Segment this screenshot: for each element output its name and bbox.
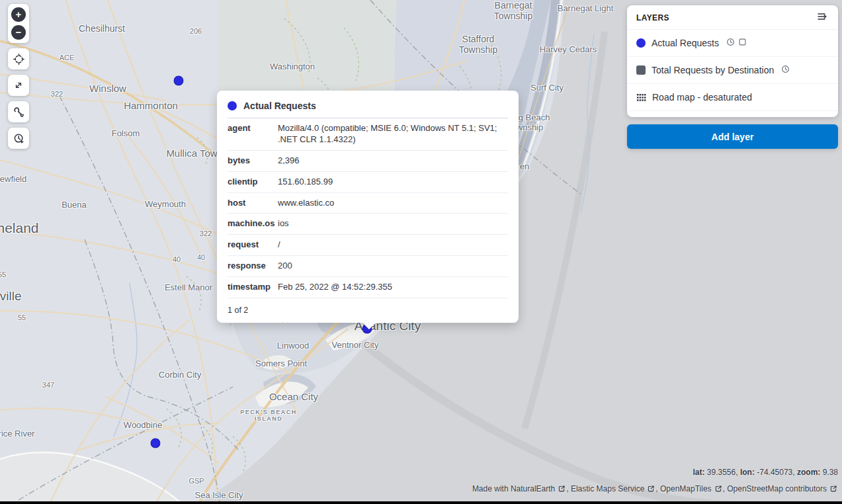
tools-button[interactable] xyxy=(8,101,29,122)
layer-row-actual-requests[interactable]: Actual Requests xyxy=(627,30,838,57)
field-value: 151.60.185.99 xyxy=(278,177,508,188)
field-value: www.elastic.co xyxy=(278,198,508,209)
timeslider-button[interactable] xyxy=(8,128,29,149)
field-value: Mozilla/4.0 (compatible; MSIE 6.0; Windo… xyxy=(278,123,508,146)
clock-play-icon xyxy=(13,133,24,144)
layers-panel: LAYERS Actual Requests xyxy=(627,5,838,117)
field-label: timestamp xyxy=(228,282,278,293)
layer-label: Road map - desaturated xyxy=(652,92,752,103)
field-label: bytes xyxy=(228,155,278,167)
minus-icon: − xyxy=(16,26,22,39)
popup-field-row: agentMozilla/4.0 (compatible; MSIE 6.0; … xyxy=(228,118,508,151)
external-link-icon xyxy=(829,485,837,493)
field-value: 200 xyxy=(278,261,508,272)
set-view-button[interactable] xyxy=(8,48,29,69)
layer-badges xyxy=(726,38,747,48)
external-link-icon xyxy=(558,485,566,493)
field-value: 2,396 xyxy=(278,155,508,167)
layers-panel-footer xyxy=(627,111,838,117)
external-link-icon[interactable] xyxy=(644,484,655,493)
external-link-icon[interactable] xyxy=(827,484,838,493)
grid-icon xyxy=(636,93,646,103)
field-label: clientip xyxy=(228,177,278,188)
layers-panel-title: LAYERS xyxy=(636,13,669,22)
layers-panel-header: LAYERS xyxy=(627,5,838,30)
clock-icon xyxy=(781,65,790,75)
window-bottom-edge xyxy=(0,501,842,504)
checkbox-square-icon xyxy=(738,38,747,48)
map-attribution: Made with NaturalEarth, Elastic Maps Ser… xyxy=(472,484,838,493)
field-label: host xyxy=(228,198,278,209)
collapse-panel-button[interactable] xyxy=(816,10,829,25)
expand-icon xyxy=(13,80,24,91)
popup-field-row: timestampFeb 25, 2022 @ 14:52:29.355 xyxy=(228,277,508,298)
external-link-icon[interactable] xyxy=(555,484,566,493)
layer-swatch-dot xyxy=(228,101,237,110)
clock-icon xyxy=(726,38,735,48)
add-layer-button[interactable]: Add layer xyxy=(627,124,838,149)
external-link-icon xyxy=(647,485,655,493)
layer-badges xyxy=(781,65,790,75)
document-marker[interactable] xyxy=(174,76,184,86)
layer-label: Actual Requests xyxy=(652,38,719,48)
menu-right-icon xyxy=(817,11,827,24)
plus-icon: + xyxy=(16,8,22,21)
popup-field-row: request/ xyxy=(228,235,508,256)
popup-field-row: bytes2,396 xyxy=(228,151,508,172)
external-link-icon xyxy=(714,485,722,493)
popup-field-row: machine.osios xyxy=(228,214,508,235)
field-label: agent xyxy=(228,123,278,146)
field-value: Feb 25, 2022 @ 14:52:29.355 xyxy=(278,282,508,293)
zoom-out-button[interactable]: − xyxy=(11,25,26,40)
crosshairs-icon xyxy=(13,54,24,65)
layer-swatch-circle xyxy=(636,38,646,48)
zoom-control-group: + − xyxy=(8,4,29,43)
popup-field-row: response200 xyxy=(228,256,508,277)
tooltip-layer-title: Actual Requests xyxy=(243,101,316,111)
attribution-separator: , xyxy=(566,484,571,493)
field-label: response xyxy=(228,261,278,272)
attribution-link[interactable]: Made with NaturalEarth xyxy=(472,484,555,493)
elastic-maps-app: Barnegat TownshipBarnegat LightChesilhur… xyxy=(0,0,842,504)
popup-field-row: hostwww.elastic.co xyxy=(228,193,508,214)
document-marker[interactable] xyxy=(151,439,161,448)
popup-field-row: clientip151.60.185.99 xyxy=(228,172,508,193)
zoom-in-button[interactable]: + xyxy=(11,7,26,22)
tooltip-header: Actual Requests xyxy=(228,99,508,118)
map-coordinates-readout: lat: 39.3556, lon: -74.45073, zoom: 9.38 xyxy=(693,468,839,477)
layer-label: Total Requests by Destination xyxy=(652,65,774,75)
attribution-link[interactable]: Elastic Maps Service xyxy=(571,484,644,493)
layer-row-total-requests[interactable]: Total Requests by Destination xyxy=(627,57,838,84)
field-label: machine.os xyxy=(228,218,278,230)
field-value: ios xyxy=(278,218,508,230)
tooltip-pagination: 1 of 2 xyxy=(228,298,508,315)
feature-tooltip: Actual Requests agentMozilla/4.0 (compat… xyxy=(217,91,519,323)
attribution-separator: , xyxy=(655,484,660,493)
external-link-icon[interactable] xyxy=(712,484,723,493)
field-value: / xyxy=(278,239,508,251)
layer-row-road-map[interactable]: Road map - desaturated xyxy=(627,84,838,111)
field-label: request xyxy=(228,239,278,251)
wrench-icon xyxy=(13,106,24,118)
tooltip-field-table: agentMozilla/4.0 (compatible; MSIE 6.0; … xyxy=(228,118,508,298)
attribution-link[interactable]: OpenMapTiles xyxy=(660,484,712,493)
map-toolbar: + − xyxy=(8,4,29,149)
expand-button[interactable] xyxy=(8,75,29,96)
layer-swatch-square xyxy=(636,65,646,75)
attribution-link[interactable]: OpenStreetMap contributors xyxy=(727,484,827,493)
